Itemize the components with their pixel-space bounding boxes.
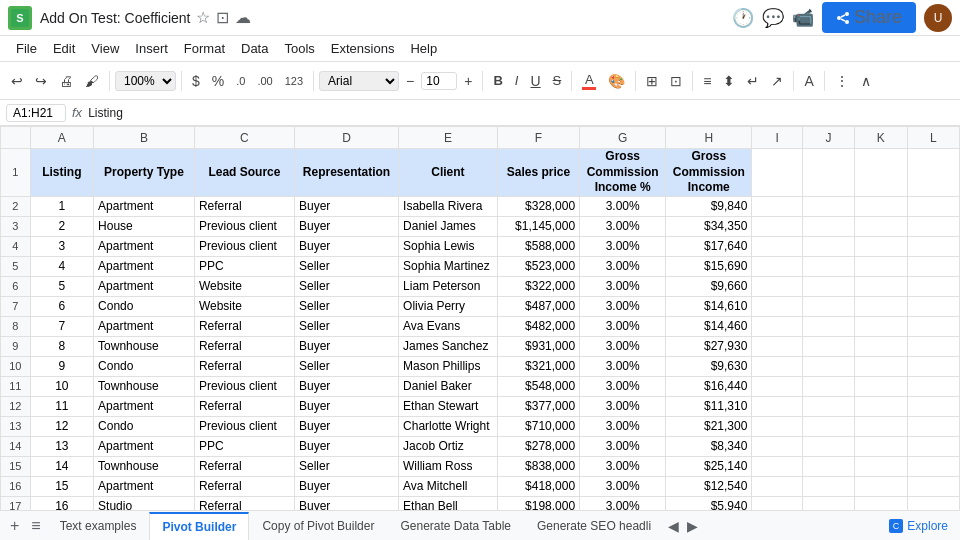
svg-text:C: C [893, 521, 900, 531]
font-size-dec-button[interactable]: − [401, 70, 419, 92]
meet-icon[interactable]: 📹 [792, 7, 814, 29]
menu-edit[interactable]: Edit [45, 39, 83, 58]
folder-icon[interactable]: ⊡ [216, 8, 229, 27]
undo-button[interactable]: ↩ [6, 70, 28, 92]
paint-format-button[interactable]: 🖌 [80, 70, 104, 92]
col-header-b[interactable]: B [94, 127, 195, 149]
sheets-list-button[interactable]: ≡ [25, 513, 46, 539]
header-listing: Listing [30, 149, 93, 197]
col-header-d[interactable]: D [294, 127, 398, 149]
table-row: 87ApartmentReferralSellerAva Evans$482,0… [1, 316, 960, 336]
fill-color-button[interactable]: 🎨 [603, 70, 630, 92]
cell-l1 [907, 149, 959, 197]
avatar[interactable]: U [924, 4, 952, 32]
zoom-select[interactable]: 100% [115, 71, 176, 91]
col-header-a[interactable]: A [30, 127, 93, 149]
fx-icon: fx [72, 105, 82, 120]
tab-nav-prev[interactable]: ◀ [664, 514, 683, 538]
font-size-inc-button[interactable]: + [459, 70, 477, 92]
grid[interactable]: A B C D E F G H I J K L 1 Lis [0, 126, 960, 510]
table-row: 54ApartmentPPCSellerSophia Martinez$523,… [1, 256, 960, 276]
formula-content: Listing [88, 106, 123, 120]
valign-button[interactable]: ⬍ [718, 70, 740, 92]
tab-pivot-builder[interactable]: Pivot Builder [149, 512, 249, 540]
text-color-button[interactable]: A [577, 69, 601, 93]
add-sheet-button[interactable]: + [4, 513, 25, 539]
tab-generate-data-table[interactable]: Generate Data Table [387, 512, 524, 540]
tab-text-examples[interactable]: Text examples [47, 512, 150, 540]
spreadsheet-table: A B C D E F G H I J K L 1 Lis [0, 126, 960, 510]
table-row: 1716StudioReferralBuyerEthan Bell$198,00… [1, 496, 960, 510]
collapse-button[interactable]: ∧ [856, 70, 876, 92]
menu-tools[interactable]: Tools [276, 39, 322, 58]
bold-button[interactable]: B [488, 70, 507, 91]
wrap-button[interactable]: ↵ [742, 70, 764, 92]
table-row: 109CondoReferralSellerMason Phillips$321… [1, 356, 960, 376]
print-button[interactable]: 🖨 [54, 70, 78, 92]
menu-data[interactable]: Data [233, 39, 276, 58]
redo-button[interactable]: ↪ [30, 70, 52, 92]
tab-copy-pivot-builder[interactable]: Copy of Pivot Builder [249, 512, 387, 540]
cell-i1 [752, 149, 803, 197]
percent-button[interactable]: % [207, 70, 229, 92]
menu-extensions[interactable]: Extensions [323, 39, 403, 58]
col-header-h[interactable]: H [666, 127, 752, 149]
font-size-input[interactable] [421, 72, 457, 90]
menu-file[interactable]: File [8, 39, 45, 58]
share-button[interactable]: Share [822, 2, 916, 33]
svg-point-4 [845, 20, 849, 24]
cell-j1 [803, 149, 855, 197]
star-icon[interactable]: ☆ [196, 8, 210, 27]
tab-bar: + ≡ Text examples Pivot Builder Copy of … [0, 510, 960, 540]
text-format-button[interactable]: A [799, 70, 818, 92]
menu-bar: File Edit View Insert Format Data Tools … [0, 36, 960, 62]
toolbar: ↩ ↪ 🖨 🖌 100% $ % .0 .00 123 Arial − + B … [0, 62, 960, 100]
col-header-c[interactable]: C [194, 127, 294, 149]
svg-line-6 [841, 19, 845, 21]
format-number-button[interactable]: 123 [280, 72, 308, 90]
align-button[interactable]: ≡ [698, 70, 716, 92]
table-row: 98TownhouseReferralBuyerJames Sanchez$93… [1, 336, 960, 356]
table-row: 43ApartmentPrevious clientBuyerSophia Le… [1, 236, 960, 256]
underline-button[interactable]: U [525, 70, 545, 92]
coeff-label: Explore [907, 519, 948, 533]
menu-view[interactable]: View [83, 39, 127, 58]
svg-line-5 [841, 15, 845, 17]
table-row: 32HousePrevious clientBuyerDaniel James$… [1, 216, 960, 236]
menu-format[interactable]: Format [176, 39, 233, 58]
decimal-dec-button[interactable]: .0 [231, 72, 250, 90]
history-icon[interactable]: 🕐 [732, 7, 754, 29]
col-header-l[interactable]: L [907, 127, 959, 149]
merge-button[interactable]: ⊡ [665, 70, 687, 92]
rotate-button[interactable]: ↗ [766, 70, 788, 92]
currency-button[interactable]: $ [187, 70, 205, 92]
header-sales-price: Sales price [497, 149, 579, 197]
tab-generate-seo[interactable]: Generate SEO headli [524, 512, 664, 540]
menu-insert[interactable]: Insert [127, 39, 176, 58]
top-right: 🕐 💬 📹 Share U [732, 2, 952, 33]
coefficient-explore-button[interactable]: C Explore [881, 515, 956, 537]
col-header-e[interactable]: E [399, 127, 498, 149]
col-header-i[interactable]: I [752, 127, 803, 149]
strikethrough-button[interactable]: S [548, 70, 567, 91]
menu-help[interactable]: Help [402, 39, 445, 58]
col-header-g[interactable]: G [580, 127, 666, 149]
sheet-container: A B C D E F G H I J K L 1 Lis [0, 126, 960, 510]
col-header-f[interactable]: F [497, 127, 579, 149]
col-header-k[interactable]: K [854, 127, 907, 149]
header-gross-commission-income: GrossCommissionIncome [666, 149, 752, 197]
italic-button[interactable]: I [510, 70, 524, 91]
borders-button[interactable]: ⊞ [641, 70, 663, 92]
header-gross-commission-pct: GrossCommissionIncome % [580, 149, 666, 197]
font-select[interactable]: Arial [319, 71, 399, 91]
cloud-icon[interactable]: ☁ [235, 8, 251, 27]
col-header-j[interactable]: J [803, 127, 855, 149]
tab-nav-next[interactable]: ▶ [683, 514, 702, 538]
more-button[interactable]: ⋮ [830, 70, 854, 92]
comment-icon[interactable]: 💬 [762, 7, 784, 29]
header-representation: Representation [294, 149, 398, 197]
top-bar: S Add On Test: Coefficient ☆ ⊡ ☁ 🕐 💬 📹 S… [0, 0, 960, 36]
decimal-inc-button[interactable]: .00 [252, 72, 277, 90]
cell-ref-input[interactable] [6, 104, 66, 122]
header-client: Client [399, 149, 498, 197]
